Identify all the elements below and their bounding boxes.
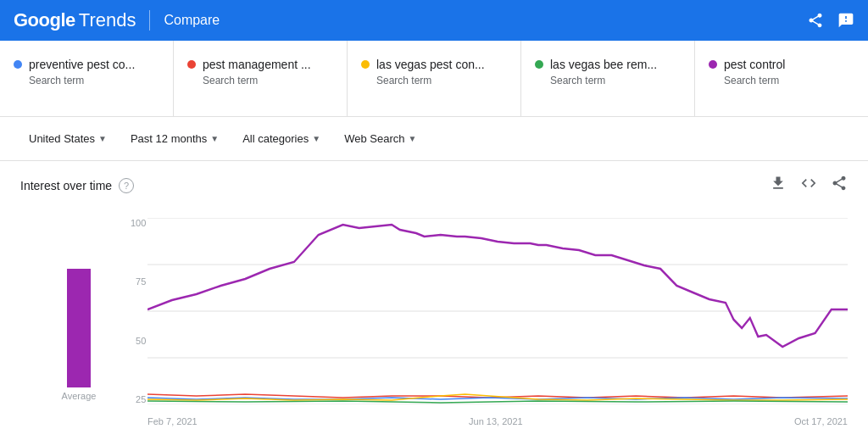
y-label-25: 25 xyxy=(136,394,146,404)
y-label-100: 100 xyxy=(131,218,146,228)
pest-control-line xyxy=(147,225,848,347)
header-divider xyxy=(149,10,150,31)
filters-bar: United States ▼ Past 12 months ▼ All cat… xyxy=(0,117,868,161)
logo: Google Trends xyxy=(14,9,136,31)
search-type-filter-label: Web Search xyxy=(344,132,404,145)
search-type-filter[interactable]: Web Search ▼ xyxy=(336,127,425,150)
chart-help-icon[interactable]: ? xyxy=(119,178,134,193)
embed-icon[interactable] xyxy=(800,175,817,196)
search-terms-bar: preventive pest co... Search term pest m… xyxy=(0,41,868,117)
chart-title-row: Interest over time ? xyxy=(20,178,134,193)
header-compare-label: Compare xyxy=(164,13,220,28)
time-filter[interactable]: Past 12 months ▼ xyxy=(122,127,227,150)
chart-section: Interest over time ? xyxy=(0,161,868,429)
y-label-75: 75 xyxy=(136,276,146,287)
term-name-pest-ctrl: pest control xyxy=(724,58,785,71)
term-type-pest-ctrl: Search term xyxy=(724,75,854,86)
search-term-item-lv-pest[interactable]: las vegas pest con... Search term xyxy=(348,41,521,116)
chart-title: Interest over time xyxy=(20,179,112,192)
search-term-item-pest-mgmt[interactable]: pest management ... Search term xyxy=(174,41,348,116)
header-actions xyxy=(807,12,854,29)
download-icon[interactable] xyxy=(770,175,787,196)
term-label-row: pest control xyxy=(709,58,854,71)
term-dot-lv-bee xyxy=(535,60,543,69)
term-name-pest-mgmt: pest management ... xyxy=(203,58,311,71)
logo-google-text: Google xyxy=(14,9,75,31)
share-icon[interactable] xyxy=(807,12,824,29)
time-chevron-icon: ▼ xyxy=(210,134,219,143)
term-type-preventive: Search term xyxy=(29,75,159,86)
average-bar-area: Average xyxy=(41,218,117,404)
chart-header: Interest over time ? xyxy=(20,175,848,196)
term-label-row: pest management ... xyxy=(187,58,333,71)
share-chart-icon[interactable] xyxy=(831,175,848,196)
x-label-jun: Jun 13, 2021 xyxy=(469,416,523,426)
help-question-mark: ? xyxy=(124,181,129,191)
term-name-lv-bee: las vegas bee rem... xyxy=(550,58,657,71)
term-name-lv-pest: las vegas pest con... xyxy=(376,58,485,71)
term-dot-preventive xyxy=(14,60,22,69)
search-term-item-pest-ctrl[interactable]: pest control Search term xyxy=(695,41,868,116)
region-chevron-icon: ▼ xyxy=(98,134,107,143)
app-header: Google Trends Compare xyxy=(0,0,868,41)
chart-actions xyxy=(770,175,848,196)
average-label: Average xyxy=(62,391,97,401)
average-bar xyxy=(67,269,91,387)
x-label-feb: Feb 7, 2021 xyxy=(147,416,198,426)
region-filter[interactable]: United States ▼ xyxy=(20,127,115,150)
y-label-50: 50 xyxy=(136,336,146,346)
logo-trends-text: Trends xyxy=(79,9,136,31)
term-type-lv-pest: Search term xyxy=(376,75,507,86)
category-chevron-icon: ▼ xyxy=(312,134,320,143)
term-name-preventive: preventive pest co... xyxy=(29,58,135,71)
region-filter-label: United States xyxy=(29,132,95,145)
time-filter-label: Past 12 months xyxy=(131,132,207,145)
category-filter[interactable]: All categories ▼ xyxy=(234,127,329,150)
term-label-row: preventive pest co... xyxy=(14,58,159,71)
lv-bee-line xyxy=(147,401,848,403)
chart-svg xyxy=(147,218,848,404)
term-label-row: las vegas bee rem... xyxy=(535,58,681,71)
term-label-row: las vegas pest con... xyxy=(361,58,507,71)
x-axis-labels: Feb 7, 2021 Jun 13, 2021 Oct 17, 2021 xyxy=(147,416,848,426)
header-left: Google Trends Compare xyxy=(14,9,220,31)
term-dot-pest-mgmt xyxy=(187,60,196,69)
term-dot-lv-pest xyxy=(361,60,370,69)
search-term-item-preventive[interactable]: preventive pest co... Search term xyxy=(0,41,174,116)
term-type-pest-mgmt: Search term xyxy=(203,75,333,86)
x-label-oct: Oct 17, 2021 xyxy=(794,416,848,426)
category-filter-label: All categories xyxy=(242,132,309,145)
search-term-item-lv-bee[interactable]: las vegas bee rem... Search term xyxy=(521,41,695,116)
search-type-chevron-icon: ▼ xyxy=(408,134,416,143)
chart-container: 100 75 50 25 Average xyxy=(20,209,848,429)
term-dot-pest-ctrl xyxy=(709,60,717,69)
term-type-lv-bee: Search term xyxy=(550,75,681,86)
feedback-icon[interactable] xyxy=(837,12,854,29)
